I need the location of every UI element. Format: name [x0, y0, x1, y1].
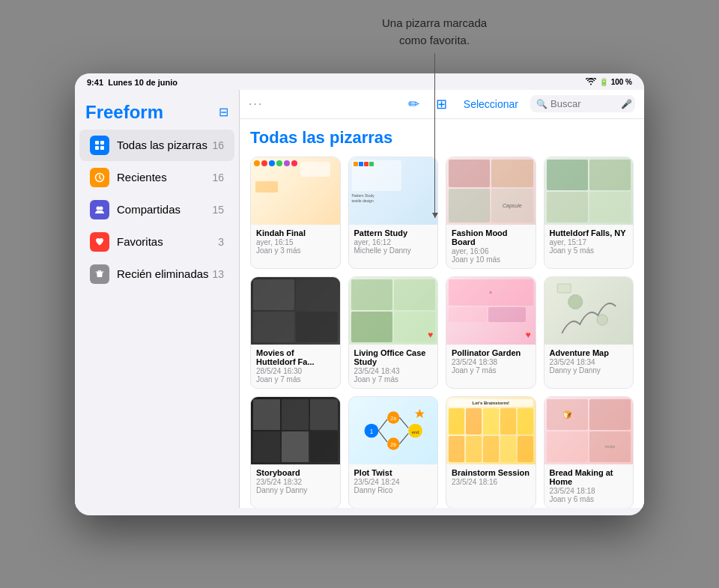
- board-card-pattern[interactable]: Pattern Studytextile design Pattern Stud…: [348, 157, 439, 269]
- more-options-icon[interactable]: ···: [249, 97, 263, 111]
- board-thumbnail-storyboard: [251, 397, 340, 464]
- board-date: 23/5/24 18:16: [452, 478, 530, 486]
- board-date: 23/5/24 18:43: [354, 367, 433, 375]
- recent-count: 16: [212, 172, 224, 184]
- all-boards-icon: [90, 136, 109, 155]
- board-name: Storyboard: [256, 468, 335, 477]
- board-name: Pattern Study: [354, 228, 433, 237]
- board-date: ayer, 16:15: [256, 238, 335, 246]
- board-date: 23/5/24 18:38: [452, 358, 530, 366]
- archive-icon[interactable]: ⊟: [219, 105, 228, 119]
- sidebar: Freeform ⊟ Todas las pizarras 16: [75, 90, 240, 508]
- shared-icon: [90, 200, 109, 219]
- board-thumbnail-bread: 🍞 recipe: [544, 397, 634, 464]
- search-input[interactable]: [550, 98, 618, 109]
- board-author: Danny y Danny: [256, 486, 335, 494]
- svg-rect-2: [95, 146, 99, 150]
- board-card-movies[interactable]: Movies of Hutteldorf Fa... 28/5/24 16:30…: [250, 276, 341, 389]
- board-name: Adventure Map: [550, 348, 628, 357]
- board-author: Joan y 7 más: [354, 375, 433, 384]
- board-author: Joan y 7 más: [452, 366, 530, 375]
- search-bar[interactable]: 🔍 🎤: [530, 95, 635, 112]
- sidebar-item-recent[interactable]: Recientes 16: [79, 162, 234, 193]
- board-date: 23/5/24 18:18: [550, 487, 628, 495]
- favorite-heart-icon: ♥: [428, 330, 433, 340]
- board-card-pollinator[interactable]: 🌸 ♥ Pollinator Garden 23/5/24 18:38 Joan…: [446, 276, 536, 389]
- svg-text:2a: 2a: [390, 415, 396, 420]
- status-icons: 🔋 100 %: [586, 78, 632, 87]
- board-date: 28/5/24 16:30: [256, 367, 335, 375]
- board-thumbnail-hutteldorf: [544, 157, 634, 225]
- sidebar-item-all[interactable]: Todas las pizarras 16: [79, 130, 234, 161]
- sidebar-header: Freeform ⊟: [75, 99, 239, 129]
- favorites-count: 3: [218, 236, 224, 248]
- svg-point-7: [568, 294, 582, 309]
- search-icon: 🔍: [536, 99, 547, 109]
- board-date: 23/5/24 18:34: [550, 358, 628, 366]
- board-card-brainstorm[interactable]: Let's Brainstorm!: [446, 396, 536, 508]
- board-thumbnail-plot-twist: 1 2a 2b end: [349, 397, 438, 464]
- toolbar: ··· ✏ ⊞ Seleccionar 🔍 🎤: [240, 90, 644, 119]
- sidebar-item-favorites[interactable]: Favoritas 3: [79, 226, 234, 258]
- board-name: Pollinator Garden: [452, 348, 530, 357]
- board-date: 23/5/24 18:32: [256, 478, 335, 486]
- ipad-device: 9:41 Lunes 10 de junio 🔋 100 %: [75, 73, 644, 515]
- app-container: Freeform ⊟ Todas las pizarras 16: [75, 90, 644, 508]
- shared-label: Compartidas: [117, 203, 212, 216]
- recent-label: Recientes: [117, 171, 212, 184]
- board-card-living-office[interactable]: ♥ Living Office Case Study 23/5/24 18:43…: [348, 276, 439, 389]
- favorites-label: Favoritas: [117, 235, 218, 248]
- board-name: Bread Making at Home: [550, 468, 628, 486]
- svg-rect-0: [95, 141, 99, 145]
- svg-rect-3: [100, 146, 104, 150]
- board-thumbnail-brainstorm: Let's Brainstorm!: [446, 397, 536, 464]
- board-card-plot-twist[interactable]: 1 2a 2b end: [348, 396, 439, 508]
- board-thumbnail-living-office: ♥: [349, 277, 438, 345]
- board-name: Fashion Mood Board: [452, 228, 530, 246]
- select-button[interactable]: Seleccionar: [459, 97, 523, 112]
- svg-line-20: [399, 417, 408, 428]
- favorites-icon: [90, 232, 109, 252]
- shared-count: 15: [212, 204, 224, 216]
- mic-icon[interactable]: 🎤: [621, 99, 632, 109]
- svg-point-8: [597, 314, 607, 324]
- board-author: Danny y Danny: [550, 366, 628, 375]
- favorite-heart-icon: ♥: [525, 330, 530, 340]
- board-author: Danny Rico: [354, 486, 433, 494]
- board-card-bread[interactable]: 🍞 recipe Bread Making at Home 23/5/24 18…: [544, 396, 634, 508]
- deleted-label: Recién eliminadas: [117, 267, 212, 280]
- board-name: Kindah Final: [256, 228, 335, 237]
- board-card-fashion[interactable]: Capsule Fashion Mood Board ayer, 16:06 J…: [446, 157, 536, 269]
- board-name: Living Office Case Study: [354, 348, 433, 366]
- board-date: 23/5/24 18:24: [354, 478, 433, 486]
- board-author: Joan y 5 más: [550, 246, 628, 255]
- board-card-hutteldorf[interactable]: Hutteldorf Falls, NY ayer, 15:17 Joan y …: [544, 157, 634, 269]
- board-author: Michelle y Danny: [354, 246, 433, 255]
- svg-text:end: end: [411, 429, 419, 434]
- main-content: ··· ✏ ⊞ Seleccionar 🔍 🎤 Todas las pizarr…: [240, 90, 644, 508]
- compose-icon[interactable]: ✏: [404, 94, 424, 114]
- board-card-storyboard[interactable]: Storyboard 23/5/24 18:32 Danny y Danny: [250, 396, 341, 508]
- board-thumbnail-fashion: Capsule: [446, 157, 536, 225]
- content-area[interactable]: Todas las pizarras: [240, 119, 644, 508]
- sidebar-title: Freeform: [85, 102, 163, 123]
- board-name: Movies of Hutteldorf Fa...: [256, 348, 335, 366]
- annotation-text: Una pizarra marcada como favorita.: [382, 15, 487, 49]
- grid-view-icon[interactable]: ⊞: [431, 94, 452, 114]
- board-card-kindah[interactable]: Kindah Final ayer, 16:15 Joan y 3 más: [250, 157, 341, 269]
- svg-text:2b: 2b: [390, 442, 396, 447]
- all-boards-count: 16: [212, 139, 224, 151]
- board-thumbnail-pollinator: 🌸 ♥: [446, 277, 536, 345]
- sidebar-item-shared[interactable]: Compartidas 15: [79, 194, 234, 225]
- boards-grid: Kindah Final ayer, 16:15 Joan y 3 más: [250, 157, 634, 508]
- recent-icon: [90, 168, 109, 187]
- svg-rect-9: [557, 284, 571, 293]
- board-card-adventure[interactable]: Adventure Map 23/5/24 18:34 Danny y Dann…: [544, 276, 634, 389]
- board-author: Joan y 7 más: [256, 375, 335, 384]
- board-thumbnail-adventure: [544, 277, 634, 345]
- svg-line-19: [378, 431, 387, 442]
- status-bar: 9:41 Lunes 10 de junio 🔋 100 %: [75, 73, 644, 90]
- board-name: Hutteldorf Falls, NY: [550, 228, 628, 237]
- sidebar-item-deleted[interactable]: Recién eliminadas 13: [79, 258, 234, 290]
- board-author: Joan y 10 más: [452, 255, 530, 264]
